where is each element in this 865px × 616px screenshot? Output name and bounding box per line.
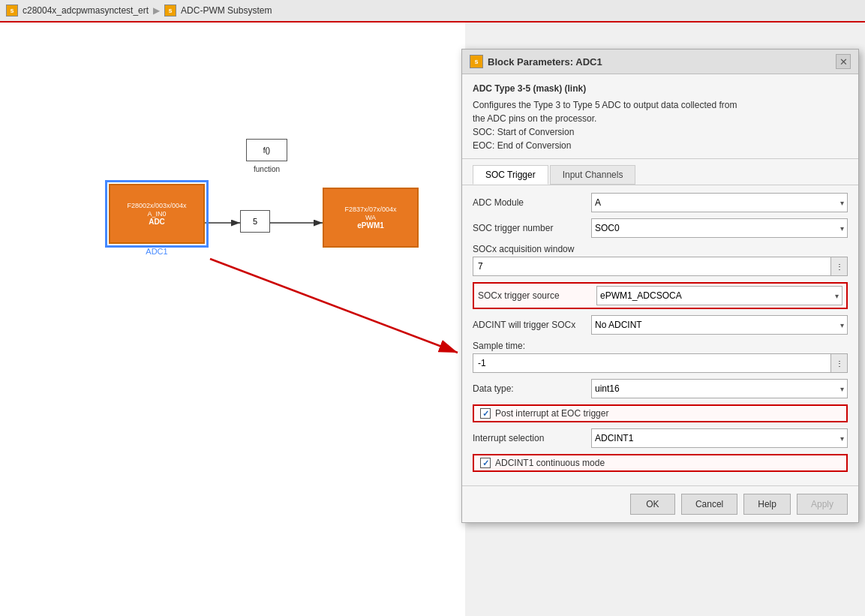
epwm-mid-label: ePWM1 — [357, 221, 384, 230]
dialog-footer: OK Cancel Help Apply — [462, 485, 858, 522]
dialog-desc-line3: SOC: Start of Conversion — [473, 125, 848, 139]
socx-trigger-source-arrow: ▾ — [835, 292, 839, 300]
post-interrupt-label: Post interrupt at EOC trigger — [495, 408, 608, 419]
dialog-close-button[interactable]: ✕ — [836, 54, 851, 69]
adc-module-row: ADC Module A ▾ — [473, 193, 848, 212]
gain-label: 5 — [253, 217, 257, 226]
help-button[interactable]: Help — [743, 494, 791, 515]
adc-port-label: A_IN0 — [147, 210, 166, 218]
data-type-select[interactable]: uint16 ▾ — [591, 379, 848, 398]
adc-module-label: ADC Module — [473, 197, 585, 208]
simulink-canvas: f() function F28002x/003x/004x A_IN0 ADC… — [0, 23, 465, 616]
sample-time-input-group: ⋮ — [473, 353, 848, 373]
function-block-label: f() — [263, 146, 270, 155]
adc-mid-label: ADC — [149, 218, 165, 226]
socx-acquisition-window-input[interactable] — [473, 257, 831, 276]
sample-time-label: Sample time: — [473, 341, 848, 351]
dialog-desc-line2: the ADC pins on the processor. — [473, 112, 848, 125]
sample-time-row: Sample time: ⋮ — [473, 341, 848, 373]
dialog-type-label: ADC Type 3-5 (mask) (link) — [473, 82, 848, 95]
interrupt-selection-select[interactable]: ADCINT1 ▾ — [591, 428, 848, 448]
dialog-description: ADC Type 3-5 (mask) (link) Configures th… — [462, 74, 858, 159]
title-bar: s c28004x_adcpwmasynctest_ert ▶ s ADC-PW… — [0, 0, 865, 23]
interrupt-selection-row: Interrupt selection ADCINT1 ▾ — [473, 428, 848, 448]
socx-trigger-source-row: SOCx trigger source ePWM1_ADCSOCA ▾ — [473, 282, 848, 309]
data-type-row: Data type: uint16 ▾ — [473, 379, 848, 398]
gain-block[interactable]: 5 — [240, 210, 270, 233]
epwm-block[interactable]: F2837x/07x/004x WA ePWM1 — [323, 188, 419, 248]
interrupt-selection-label: Interrupt selection — [473, 433, 585, 443]
adc-top-label: F28002x/003x/004x — [127, 202, 186, 210]
socx-acquisition-window-input-group: ⋮ — [473, 257, 848, 276]
breadcrumb2-icon: s — [164, 5, 176, 17]
function-block[interactable]: f() — [246, 139, 287, 161]
dialog-title-left: s Block Parameters: ADC1 — [470, 55, 602, 68]
dialog-title: Block Parameters: ADC1 — [488, 56, 602, 68]
adcint-continuous-label: ADCINT1 continuous mode — [495, 458, 605, 468]
soc-trigger-number-row: SOC trigger number SOC0 ▾ — [473, 218, 848, 238]
breadcrumb2-label: ADC-PWM Subsystem — [181, 5, 272, 16]
adcint-trigger-arrow: ▾ — [840, 321, 844, 329]
adc-module-arrow: ▾ — [840, 199, 844, 207]
socx-acquisition-window-row: SOCx acquisition window ⋮ — [473, 244, 848, 276]
dialog-desc-line4: EOC: End of Conversion — [473, 139, 848, 152]
interrupt-selection-arrow: ▾ — [840, 434, 844, 443]
epwm-port-label: WA — [365, 214, 376, 221]
cancel-button[interactable]: Cancel — [681, 494, 737, 515]
dialog-desc-line1: Configures the Type 3 to Type 5 ADC to o… — [473, 98, 848, 112]
tab-input-channels[interactable]: Input Channels — [550, 165, 636, 185]
soc-trigger-number-label: SOC trigger number — [473, 223, 585, 233]
dialog-icon: s — [470, 55, 483, 68]
data-type-arrow: ▾ — [840, 385, 844, 393]
breadcrumb1-label: c28004x_adcpwmasynctest_ert — [23, 5, 149, 16]
adc-block[interactable]: F28002x/003x/004x A_IN0 ADC ADC1 — [109, 184, 205, 244]
dialog-body: ADC Module A ▾ SOC trigger number SOC0 ▾… — [462, 185, 858, 485]
socx-acquisition-window-label: SOCx acquisition window — [473, 244, 848, 254]
block-parameters-dialog: s Block Parameters: ADC1 ✕ ADC Type 3-5 … — [461, 49, 859, 523]
post-interrupt-checkbox[interactable] — [480, 408, 491, 419]
socx-trigger-source-select[interactable]: ePWM1_ADCSOCA ▾ — [596, 286, 842, 305]
socx-acquisition-window-menu[interactable]: ⋮ — [831, 257, 848, 276]
adc-module-select[interactable]: A ▾ — [591, 193, 848, 212]
ok-button[interactable]: OK — [630, 494, 675, 515]
sample-time-menu[interactable]: ⋮ — [831, 353, 848, 373]
soc-trigger-number-select[interactable]: SOC0 ▾ — [591, 218, 848, 238]
dialog-tabs: SOC Trigger Input Channels — [462, 159, 858, 185]
function-block-name: function — [246, 165, 287, 173]
soc-trigger-number-arrow: ▾ — [840, 224, 844, 233]
epwm-top-label: F2837x/07x/004x — [344, 206, 396, 214]
sample-time-input[interactable] — [473, 353, 831, 373]
tab-soc-trigger[interactable]: SOC Trigger — [473, 165, 548, 185]
dialog-titlebar: s Block Parameters: ADC1 ✕ — [462, 50, 858, 74]
adc-block-name: ADC1 — [146, 247, 167, 256]
apply-button[interactable]: Apply — [797, 494, 848, 515]
data-type-label: Data type: — [473, 383, 585, 394]
connection-arrows — [0, 23, 465, 616]
adcint-trigger-label: ADCINT will trigger SOCx — [473, 320, 585, 330]
breadcrumb1-icon: s — [6, 5, 18, 17]
adcint-continuous-checkbox[interactable] — [480, 458, 491, 468]
socx-trigger-source-label: SOCx trigger source — [478, 290, 590, 301]
adcint-trigger-select[interactable]: No ADCINT ▾ — [591, 315, 848, 335]
post-interrupt-row: Post interrupt at EOC trigger — [473, 404, 848, 422]
adcint-trigger-row: ADCINT will trigger SOCx No ADCINT ▾ — [473, 315, 848, 335]
adcint-continuous-row: ADCINT1 continuous mode — [473, 454, 848, 472]
breadcrumb-separator: ▶ — [153, 5, 160, 16]
